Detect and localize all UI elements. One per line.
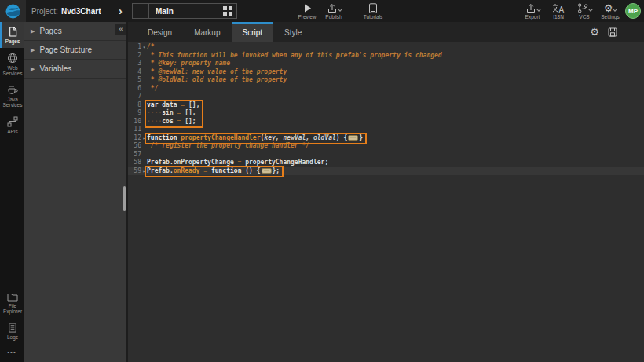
button-label: Publish [325, 14, 342, 20]
panel-section-label: Variables [39, 64, 71, 73]
play-icon [302, 3, 313, 13]
line-number: 1 [128, 43, 141, 52]
code-line: 59▸Prefab.onReady = function () {}; [128, 167, 644, 176]
page-icon [9, 27, 17, 37]
svg-text:A: A [559, 5, 565, 13]
chevron-down-icon [588, 7, 593, 12]
fold-gutter [141, 126, 147, 134]
user-avatar[interactable]: MP [625, 3, 641, 19]
fold-gutter [141, 142, 147, 151]
sidebar-item-logs[interactable]: Logs [0, 318, 24, 344]
sidebar-item-web-services[interactable]: Web Services [0, 48, 24, 80]
tutorials-button[interactable]: Tutorials [363, 0, 383, 22]
sidebar-overflow-menu[interactable]: ••• [0, 344, 24, 362]
code-text: ····sin = [], [147, 109, 196, 118]
code-text: * @oldVal: old value of the property [147, 76, 287, 85]
pages-panel: ▶Pages▶Page Structure▶Variables« [24, 22, 126, 362]
editor-tab-bar: DesignMarkupScriptStyle ⚙ [128, 22, 644, 42]
upload-icon [327, 3, 338, 13]
button-label: Preview [298, 14, 316, 20]
line-number: 59 [128, 167, 141, 176]
button-label: Settings [601, 14, 620, 20]
tab-design[interactable]: Design [137, 22, 183, 42]
expand-triangle-icon: ▶ [31, 66, 35, 72]
code-text: * @key: property name [147, 60, 230, 68]
panel-section-label: Page Structure [39, 46, 92, 54]
code-line: 12▸function propertyChangeHandler(key, n… [128, 134, 644, 143]
editor-settings-gear-icon[interactable]: ⚙ [590, 27, 599, 37]
fold-gutter [141, 68, 147, 77]
tab-style[interactable]: Style [273, 22, 313, 42]
code-line: 11 [128, 126, 644, 134]
code-line: 10····cos = []; [128, 118, 644, 126]
line-number: 56 [128, 142, 141, 151]
topbar-secondary-actions: ExportAI18NVCS⚙Settings [522, 0, 620, 22]
code-line: 3 * @key: property name [128, 60, 644, 68]
code-text: /* [147, 43, 155, 52]
save-script-icon[interactable] [608, 27, 617, 37]
fold-closed-icon[interactable]: ▸ [141, 167, 147, 176]
vcs-icon [577, 3, 588, 13]
tutorials-icon [368, 3, 378, 13]
logs-icon [8, 323, 17, 333]
code-area[interactable]: 1▾/*2 * This function will be invoked wh… [128, 42, 644, 362]
export-button[interactable]: Export [522, 0, 543, 22]
tab-markup[interactable]: Markup [183, 22, 231, 42]
api-icon [7, 116, 18, 127]
tab-script[interactable]: Script [232, 22, 274, 42]
globe-icon [7, 53, 18, 64]
fold-gutter [141, 159, 147, 167]
panel-scrollbar-thumb[interactable] [123, 186, 126, 211]
i18n-icon: A [552, 3, 565, 13]
panel-section-variables[interactable]: ▶Variables [24, 60, 126, 79]
panel-section-label: Pages [39, 27, 61, 35]
upload-icon [525, 3, 536, 13]
sidebar-item-pages[interactable]: Pages [0, 22, 24, 48]
sidebar-item-label: File Explorer [2, 303, 24, 314]
line-number: 12 [128, 134, 141, 143]
line-number: 6 [128, 85, 141, 93]
expand-triangle-icon: ▶ [31, 47, 35, 53]
app-grid-icon[interactable] [223, 6, 232, 16]
project-title: Project: Nvd3Chart [31, 0, 101, 22]
code-text: Prefab.onPropertyChange = propertyChange… [147, 159, 328, 167]
code-line: 5 * @oldVal: old value of the property [128, 76, 644, 85]
sidebar-item-file-explorer[interactable]: File Explorer [0, 287, 24, 318]
panel-collapse-button[interactable]: « [115, 24, 126, 35]
sidebar-item-label: Web Services [2, 65, 24, 76]
line-number: 9 [128, 109, 141, 118]
folded-code-widget[interactable] [348, 135, 358, 141]
vcs-button[interactable]: VCS [574, 0, 595, 22]
line-number: 4 [128, 68, 141, 77]
editor-tabbar-actions: ⚙ [590, 22, 617, 42]
chevron-down-icon [338, 7, 342, 12]
folded-code-widget[interactable] [262, 168, 272, 174]
coffee-icon [7, 85, 18, 95]
code-line: 2 * This function will be invoked when a… [128, 52, 644, 60]
fold-open-icon[interactable]: ▾ [141, 43, 147, 52]
i18n-button[interactable]: AI18N [548, 0, 569, 22]
fold-closed-icon[interactable]: ▸ [141, 134, 147, 143]
sidebar-item-label: Pages [5, 38, 20, 44]
settings-button[interactable]: ⚙Settings [600, 0, 620, 22]
line-number: 57 [128, 151, 141, 159]
publish-button[interactable]: Publish [324, 0, 344, 22]
left-sidebar: PagesWeb ServicesJava ServicesAPIsFile E… [0, 22, 24, 362]
expand-triangle-icon: ▶ [31, 28, 35, 35]
page-icon [133, 4, 149, 18]
page-selector-dropdown[interactable]: Main [132, 3, 237, 19]
sidebar-item-java-services[interactable]: Java Services [0, 80, 24, 112]
preview-button[interactable]: Preview [297, 0, 317, 22]
wavemaker-logo[interactable] [0, 0, 26, 22]
fold-gutter [141, 52, 147, 60]
panel-section-pages[interactable]: ▶Pages [24, 22, 126, 41]
breadcrumb-chevron-icon: › [119, 4, 128, 18]
code-line: 7 [128, 93, 644, 101]
sidebar-item-apis[interactable]: APIs [0, 112, 24, 138]
panel-section-page-structure[interactable]: ▶Page Structure [24, 41, 126, 60]
fold-gutter [141, 85, 147, 93]
code-text: ····cos = []; [147, 118, 196, 126]
fold-gutter [141, 109, 147, 118]
code-line: 58Prefab.onPropertyChange = propertyChan… [128, 159, 644, 167]
chevron-down-icon [613, 7, 617, 12]
